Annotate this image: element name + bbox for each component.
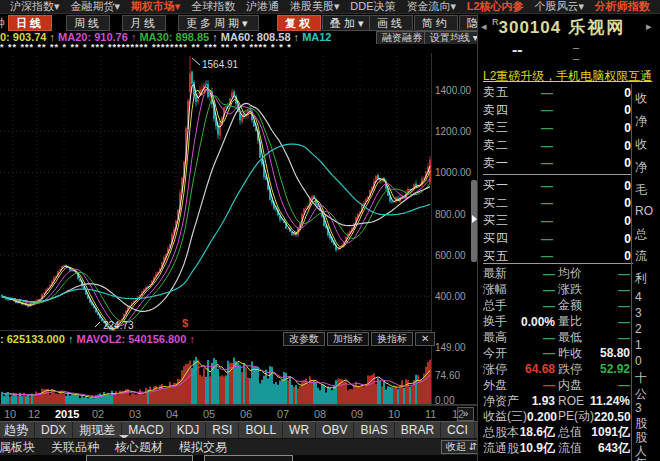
price-change-pct: – [573, 52, 579, 64]
menu-item[interactable]: L2核心内参 [467, 0, 524, 13]
stat-label: 涨跌 [558, 281, 582, 298]
date-tick-label: 11 [425, 408, 436, 420]
quote-volume: 0 [571, 121, 631, 135]
stats-cell: 外盘— [483, 377, 558, 394]
quote-row: 卖五—0 [483, 84, 631, 102]
stat-value: — [582, 299, 633, 313]
quote-price: — [523, 196, 571, 210]
toolbar-button[interactable]: 画线 [369, 15, 413, 31]
quote-label: 买四 [483, 230, 523, 247]
info-tab-模拟交易[interactable]: 模拟交易 [171, 439, 235, 456]
toolbar-button[interactable]: 简约 [414, 15, 458, 31]
stats-cell: 总股本18.6亿 [483, 424, 558, 441]
menu-item[interactable]: 分析师指数 [595, 0, 650, 13]
info-tab-核心题材[interactable]: 核心题材 [107, 439, 171, 456]
stats-cell: 金额— [558, 297, 633, 314]
stats-cell: ROE11.24% [558, 394, 633, 408]
indicator-tab-BOLL[interactable]: BOLL [239, 422, 283, 439]
stats-table: 最新—均价—涨幅—涨跌—总手—金额—换手0.00%量比—最高—最低—今开—昨收5… [483, 261, 633, 457]
stat-value: 11.24% [584, 394, 633, 408]
clipped-column-text: 收 [635, 90, 647, 107]
current-price: -- [512, 41, 523, 59]
toolbar-button[interactable]: 叠加▾ [322, 15, 375, 31]
clipped-column-text: 收 [635, 136, 647, 153]
stat-label: PE(动) [558, 408, 594, 425]
collapse-icon: ⇵ [469, 441, 477, 452]
indicator-tab-CCI[interactable]: CCI [441, 422, 475, 439]
indicator-button[interactable]: 加指标 [327, 332, 369, 346]
stats-row: 外盘—内盘— [483, 377, 633, 393]
indicator-tab-KDJ[interactable]: KDJ [171, 422, 207, 439]
toolbar-clipped-text: 钟 [0, 16, 5, 31]
indicator-tab-MACD[interactable]: MACD [122, 422, 170, 439]
indicator-tab-bar: 趋势DDX期现差MACDKDJRSIBOLLWROBVBIASBRARCCIDM… [0, 421, 477, 439]
next-stock-arrow[interactable]: ▸ [646, 20, 652, 33]
menu-item[interactable]: 资金流向▾ [406, 0, 456, 13]
stat-label: 总手 [483, 297, 507, 314]
prev-stock-arrow[interactable]: ◂ [481, 20, 487, 33]
date-tick-label: 2015 [55, 408, 79, 420]
menu-item[interactable]: 个股风云▾ [534, 0, 584, 13]
clipped-column-text: 净 [635, 113, 647, 130]
menu-item[interactable]: DDE决策 [350, 0, 395, 13]
date-axis: » 101220150203040506070809101112 [0, 405, 477, 422]
indicator-tab-DDX[interactable]: DDX [35, 422, 73, 439]
quote-price: — [523, 214, 571, 228]
indicator-tab-WR[interactable]: WR [283, 422, 316, 439]
stat-label: 最低 [558, 329, 582, 346]
indicator-tab-期现差[interactable]: 期现差 [73, 422, 122, 439]
indicator-tab-BIAS[interactable]: BIAS [354, 422, 394, 439]
quote-row: 卖三—0 [483, 119, 631, 137]
menu-item[interactable]: 沪深指数▾ [10, 0, 60, 13]
menu-item[interactable]: 金融期货▾ [70, 0, 120, 13]
stats-row: 流通股10.9亿流值643亿 [483, 441, 633, 457]
quote-price: — [523, 103, 571, 117]
date-tick-label: 10 [4, 408, 16, 420]
stats-row: 最新—均价— [483, 266, 633, 282]
clipped-column-text: 3 [635, 306, 642, 320]
clipped-column-text: 4 [635, 290, 642, 304]
stat-label: 净资产 [483, 393, 519, 410]
stat-value: 18.6亿 [519, 424, 558, 441]
menu-item[interactable]: 沪港通 [246, 0, 279, 13]
svg-text:224.73: 224.73 [103, 320, 134, 331]
info-tab-关联品种[interactable]: 关联品种 [43, 439, 107, 456]
stats-cell: 流通股10.9亿 [483, 440, 558, 457]
indicator-button[interactable]: ✕ [415, 332, 435, 346]
indicator-tab-OBV[interactable]: OBV [316, 422, 354, 439]
stats-cell: 换手0.00% [483, 313, 558, 330]
indicator-tab-趋势[interactable]: 趋势 [0, 422, 35, 439]
l2-upgrade-link[interactable]: L2重磅升级，手机电脑权限互通 [483, 68, 655, 85]
mavol-legend-segment: : 625133.000 [0, 333, 65, 345]
quote-volume: 0 [571, 196, 631, 210]
mavol-legend-segment: ↑ [186, 333, 195, 345]
quote-volume: 0 [571, 139, 631, 153]
quote-row: 买四—0 [483, 230, 631, 248]
toolbar-button[interactable]: 更多周期▾ [178, 15, 259, 31]
quote-label: 卖四 [483, 102, 523, 119]
stats-cell: 跌停52.92 [558, 361, 633, 378]
indicator-button[interactable]: 换指标 [371, 332, 413, 346]
toolbar-button[interactable]: 周线 [66, 15, 110, 31]
stats-cell: 涨停64.68 [483, 361, 558, 378]
clipped-column-text: 0 [635, 354, 642, 368]
stock-title: R300104乐视网 [492, 16, 625, 39]
toolbar-button[interactable]: 复权 [277, 15, 321, 31]
stats-cell: 流值643亿 [558, 440, 633, 457]
toolbar-button[interactable]: 月线 [122, 15, 166, 31]
stat-value: — [582, 378, 633, 392]
info-tab-所属板块[interactable]: 所属板块 [0, 439, 43, 456]
collapse-button[interactable]: 收起 ⇵ [441, 440, 482, 454]
date-tick-label: 06 [240, 408, 252, 420]
indicator-tab-RSI[interactable]: RSI [206, 422, 239, 439]
menu-item[interactable]: 全球指数 [191, 0, 235, 13]
quote-label: 买一 [483, 177, 523, 194]
clipped-panel-divider [631, 84, 632, 461]
indicator-button[interactable]: 改参数 [283, 332, 325, 346]
toolbar-button[interactable]: 日线 [8, 15, 52, 31]
candlestick-chart[interactable]: 1400.001200.001000.00800.00600.00400.001… [0, 53, 477, 421]
menu-item[interactable]: 港股美股▾ [290, 0, 340, 13]
quote-volume: 0 [571, 86, 631, 100]
indicator-tab-BRAR[interactable]: BRAR [395, 422, 441, 439]
menu-item[interactable]: 期权市场▾ [131, 0, 181, 13]
